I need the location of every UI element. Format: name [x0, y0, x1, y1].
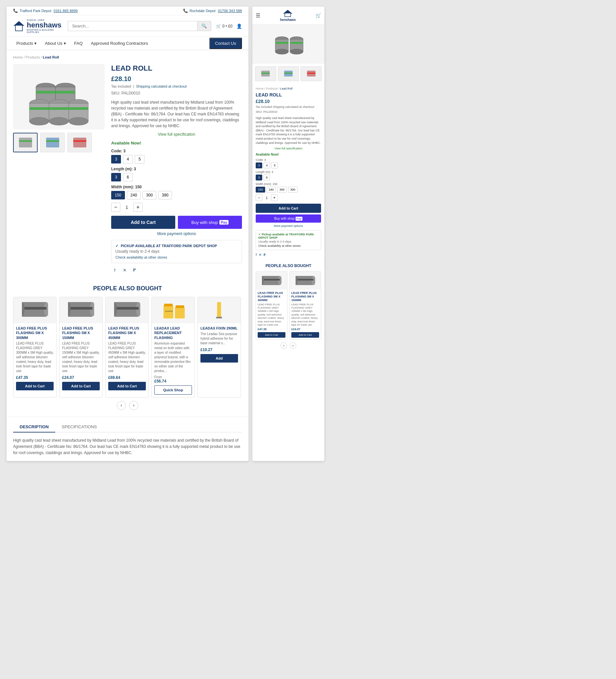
tab-specifications[interactable]: SPECIFICATIONS [55, 422, 103, 432]
svg-text:LEADAX: LEADAX [165, 310, 173, 312]
mobile-width-option-150[interactable]: 150 [256, 187, 265, 193]
svg-rect-34 [68, 307, 93, 310]
buy-with-shoppay-button[interactable]: Buy with shop Pay [178, 216, 242, 229]
thumb-1[interactable] [13, 133, 38, 152]
breadcrumb-home[interactable]: Home [13, 55, 23, 59]
mobile-thumb-3[interactable] [300, 66, 322, 81]
mobile-buy-with-shoppay-button[interactable]: Buy with shop Pay [256, 215, 321, 223]
length-option-3[interactable]: 3 [111, 173, 121, 182]
code-option-4[interactable]: 4 [123, 155, 133, 163]
mobile-code-option-4[interactable]: 4 [263, 162, 270, 168]
add-to-cart-button-2[interactable]: Add to Cart [62, 382, 100, 390]
logo[interactable]: SINCE 1985 henshaws ROOFING & BUILDING S… [13, 19, 63, 33]
quantity-increase-button[interactable]: + [133, 203, 142, 212]
facebook-icon[interactable]: f [111, 266, 118, 273]
nav-about[interactable]: About Us ▾ [41, 37, 69, 50]
add-to-cart-button-5[interactable]: Add [200, 354, 238, 362]
mobile-more-payment[interactable]: More payment options [256, 224, 321, 228]
add-to-cart-button[interactable]: Add to Cart [111, 216, 175, 229]
mobile-add-to-cart-button[interactable]: Add to Cart [256, 204, 321, 213]
nav-products[interactable]: Products ▾ [13, 37, 40, 50]
view-spec-link[interactable]: View full specification [111, 132, 242, 137]
mobile-shipping-link[interactable]: Shipping calculated at checkout [273, 105, 315, 108]
carousel-next-button[interactable]: › [129, 401, 138, 410]
mobile-width-option-300b[interactable]: 300 [288, 187, 297, 193]
mobile-cart-button[interactable]: 🛒 [316, 13, 321, 18]
carousel-prev-button[interactable]: ‹ [117, 401, 126, 410]
mobile-thumb-icon-3 [306, 70, 316, 78]
card-image-3 [106, 297, 149, 323]
mobile-width-option-300[interactable]: 300 [277, 187, 287, 193]
mobile-breadcrumb-products[interactable]: Products [266, 87, 278, 90]
width-option-240[interactable]: 240 [127, 191, 140, 199]
more-payment-options[interactable]: More payment options [111, 231, 242, 236]
code-option-5[interactable]: 5 [135, 155, 144, 163]
twitter-icon[interactable]: ✕ [121, 266, 128, 273]
mobile-length-option-6[interactable]: 6 [263, 174, 270, 181]
mobile-thumb-1[interactable] [255, 66, 276, 81]
svg-point-17 [49, 117, 69, 125]
cta-buttons: Add to Cart Buy with shop Pay [111, 216, 242, 229]
tab-description[interactable]: DESCRIPTION [13, 422, 55, 432]
pinterest-icon[interactable]: 𝐏 [131, 266, 138, 273]
mobile-quantity-value: 1 [264, 196, 269, 200]
list-item: LEADAX FIXIN 290ML The Leadax Sea purpos… [197, 297, 241, 397]
code-option-3[interactable]: 3 [111, 155, 121, 163]
list-item: LEAD FREE PLUS FLASHING 5M X 150MM LEAD … [59, 297, 103, 397]
check-availability-link[interactable]: Check availability at other stores [116, 255, 167, 259]
mobile-check-availability[interactable]: Check availability at other stores [258, 244, 301, 248]
mobile-length-option-3[interactable]: 3 [256, 174, 262, 181]
mobile-topbar: ☰ henshaws 🛒 [252, 6, 324, 25]
mobile-thumb-2[interactable] [278, 66, 299, 81]
mobile-code-option-3[interactable]: 3 [256, 162, 262, 168]
mobile-logo[interactable]: henshaws [280, 9, 296, 22]
mobile-carousel-next[interactable]: › [290, 342, 296, 349]
width-option-300[interactable]: 300 [142, 191, 156, 199]
mobile-list-item-2: LEAD FREE PLUS FLASHING 5M X 150MM LEAD … [289, 271, 321, 340]
card-product-image [114, 300, 140, 320]
thumb-2[interactable] [40, 133, 65, 152]
thumb-3[interactable] [67, 133, 92, 152]
width-option-390[interactable]: 390 [158, 191, 172, 199]
search-input[interactable] [68, 21, 197, 31]
quantity-decrease-button[interactable]: − [111, 203, 120, 212]
mobile-view-spec[interactable]: View full specification [256, 147, 321, 150]
add-to-cart-button-1[interactable]: Add to Cart [16, 382, 54, 390]
mobile-width-option-240[interactable]: 240 [266, 187, 276, 193]
shipping-link[interactable]: Shipping calculated at checkout [136, 84, 187, 88]
mobile-quantity-increase[interactable]: + [271, 195, 278, 201]
width-options: 150 240 300 390 [111, 191, 242, 199]
mobile-pickup-title: ✓ Pickup available at TRAFFORD PARK DEPO… [258, 233, 319, 239]
width-selected-value: 150 [135, 185, 141, 189]
nav-faq[interactable]: FAQ [71, 37, 86, 50]
quick-shop-button-4[interactable]: Quick Shop [154, 385, 192, 395]
mobile-sku: SKU: PALD0010 [256, 110, 321, 114]
user-icon[interactable]: 👤 [236, 24, 242, 29]
list-item: LEAD FREE PLUS FLASHING 5M X 300MM LEAD … [13, 297, 57, 397]
phone2-link[interactable]: 01706 343 588 [218, 9, 242, 13]
mobile-twitter-icon[interactable]: ✕ [259, 253, 262, 257]
mobile-quantity-decrease[interactable]: − [256, 195, 262, 201]
nav-approved[interactable]: Approved Roofing Contractors [88, 37, 151, 50]
svg-rect-38 [114, 307, 139, 310]
contact-us-button[interactable]: Contact Us [209, 38, 242, 49]
hamburger-menu-button[interactable]: ☰ [256, 12, 260, 19]
mobile-facebook-icon[interactable]: f [256, 253, 257, 257]
phone1-link[interactable]: 0161 865 8899 [54, 9, 77, 13]
search-button[interactable]: 🔍 [197, 21, 211, 31]
cart-button[interactable]: 🛒 0 • £0 [216, 24, 232, 28]
width-option-150[interactable]: 150 [111, 191, 125, 199]
mobile-add-to-cart-2[interactable]: Add to Cart [291, 332, 319, 338]
mobile-pinterest-icon[interactable]: 𝐏 [263, 253, 266, 257]
mobile-code-option-5[interactable]: 5 [271, 162, 278, 168]
svg-rect-23 [19, 140, 32, 142]
mobile-carousel-prev[interactable]: ‹ [281, 342, 287, 349]
length-option-6[interactable]: 6 [123, 173, 133, 182]
mobile-card-title-2: LEAD FREE PLUS FLASHING 5M X 150MM [291, 291, 319, 302]
breadcrumb-products[interactable]: Products [26, 55, 40, 59]
mobile-product-title: LEAD ROLL [256, 92, 321, 97]
add-to-cart-button-3[interactable]: Add to Cart [108, 382, 146, 390]
main-nav: Products ▾ About Us ▾ FAQ Approved Roofi… [6, 37, 249, 50]
mobile-add-to-cart-1[interactable]: Add to Cart [258, 332, 286, 338]
mobile-breadcrumb-home[interactable]: Home [256, 87, 263, 90]
